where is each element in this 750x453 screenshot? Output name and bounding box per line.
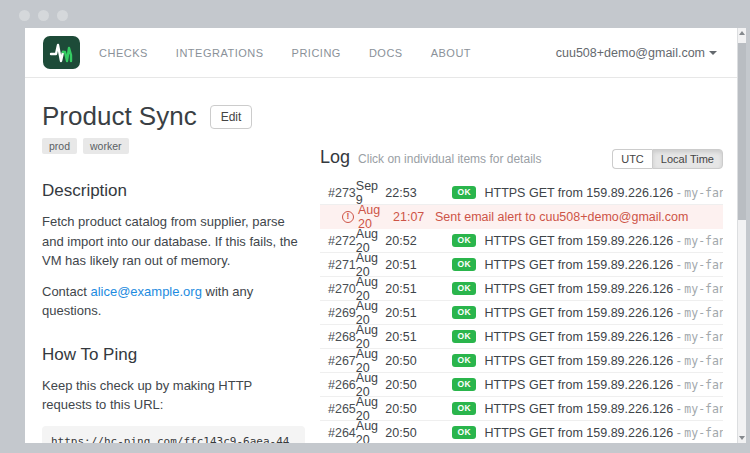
log-entry-number: #268 — [328, 330, 356, 344]
healthchecks-logo-icon[interactable] — [43, 36, 80, 69]
log-row[interactable]: #268 Aug 20 20:51 OK HTTPS GET from 159.… — [320, 325, 723, 349]
log-entry-number: #272 — [328, 234, 356, 248]
log-entry-slug: my-fancy-sy… — [684, 330, 723, 344]
account-email: cuu508+demo@gmail.com — [556, 46, 705, 60]
log-entry-slug: my-fancy-sy… — [684, 234, 723, 248]
log-entry-time: 21:07 — [393, 210, 427, 224]
log-entry-slug: my-fancy-sy… — [684, 402, 723, 416]
scrollbar-up-icon[interactable] — [739, 31, 745, 35]
ok-badge: OK — [452, 402, 477, 416]
log-entry-number: #265 — [328, 402, 356, 416]
log-entry-time: 20:51 — [385, 306, 452, 320]
log-table: #273 Sep 9 22:53 OK HTTPS GET from 159.8… — [320, 181, 723, 443]
log-entry-time: 20:51 — [385, 330, 452, 344]
contact-email-link[interactable]: alice@example.org — [90, 284, 201, 299]
log-entry-message: HTTPS GET from 159.89.226.126 - my-fancy… — [484, 258, 723, 272]
utc-button[interactable]: UTC — [612, 149, 652, 169]
page-scrollbar[interactable] — [737, 28, 746, 443]
log-row[interactable]: #266 Aug 20 20:50 OK HTTPS GET from 159.… — [320, 373, 723, 397]
tag-worker: worker — [83, 138, 129, 154]
log-entry-message: HTTPS GET from 159.89.226.126 - my-fancy… — [484, 306, 723, 320]
log-entry-message: HTTPS GET from 159.89.226.126 - my-fancy… — [484, 186, 723, 200]
log-row[interactable]: #271 Aug 20 20:51 OK HTTPS GET from 159.… — [320, 253, 723, 277]
log-entry-number: #267 — [328, 354, 356, 368]
log-entry-time: 20:50 — [385, 354, 452, 368]
log-row[interactable]: #273 Sep 9 22:53 OK HTTPS GET from 159.8… — [320, 181, 723, 205]
http-ping-hint: Keep this check up by making HTTP reques… — [42, 376, 305, 415]
log-entry-slug: my-fancy-sy… — [684, 258, 723, 272]
log-entry-number: #266 — [328, 378, 356, 392]
nav-menu: CHECKS INTEGRATIONS PRICING DOCS ABOUT — [99, 47, 471, 59]
account-menu[interactable]: cuu508+demo@gmail.com — [556, 46, 717, 60]
log-entry-message: HTTPS GET from 159.89.226.126 - my-fancy… — [484, 330, 723, 344]
scrollbar-thumb[interactable] — [738, 43, 746, 220]
log-entry-message: HTTPS GET from 159.89.226.126 - my-fancy… — [484, 354, 723, 368]
chevron-down-icon — [709, 51, 717, 55]
page-title: Product Sync — [42, 101, 197, 132]
how-to-ping-heading: How To Ping — [42, 345, 305, 365]
window-control-dot[interactable] — [19, 10, 30, 21]
log-entry-number: #271 — [328, 258, 356, 272]
scrollbar-down-icon[interactable] — [739, 436, 745, 440]
browser-frame-bottom — [0, 443, 750, 453]
local-time-button[interactable]: Local Time — [652, 149, 723, 169]
log-entry-date: Aug 20 — [356, 419, 386, 444]
pulse-icon — [48, 41, 75, 65]
log-row[interactable]: #272 Aug 20 20:52 OK HTTPS GET from 159.… — [320, 229, 723, 253]
ok-badge: OK — [452, 426, 477, 440]
tag-list: prod worker — [42, 138, 305, 154]
log-row[interactable]: #267 Aug 20 20:50 OK HTTPS GET from 159.… — [320, 349, 723, 373]
browser-window: CHECKS INTEGRATIONS PRICING DOCS ABOUT c… — [25, 28, 746, 443]
nav-item-pricing[interactable]: PRICING — [292, 47, 341, 59]
log-entry-time: 20:52 — [385, 234, 452, 248]
log-entry-message: HTTPS GET from 159.89.226.126 - my-fancy… — [484, 378, 723, 392]
timezone-toggle: UTC Local Time — [612, 149, 723, 169]
log-entry-message: HTTPS GET from 159.89.226.126 - my-fancy… — [484, 234, 723, 248]
log-entry-slug: my-fancy-sy… — [684, 186, 723, 200]
log-entry-slug: my-fancy-sy… — [684, 426, 723, 440]
log-entry-message: Sent email alert to cuu508+demo@gmail.co… — [435, 210, 688, 224]
log-row[interactable]: #269 Aug 20 20:51 OK HTTPS GET from 159.… — [320, 301, 723, 325]
log-entry-number: #270 — [328, 282, 356, 296]
description-heading: Description — [42, 181, 305, 201]
nav-item-about[interactable]: ABOUT — [431, 47, 471, 59]
description-contact: Contact alice@example.org with any quest… — [42, 282, 305, 321]
nav-item-docs[interactable]: DOCS — [369, 47, 403, 59]
ok-badge: OK — [452, 282, 477, 296]
log-hint: Click on individual items for details — [358, 152, 541, 166]
log-entry-slug: my-fancy-sy… — [684, 282, 723, 296]
nav-item-integrations[interactable]: INTEGRATIONS — [176, 47, 264, 59]
description-text: Fetch product catalog from supplier, par… — [42, 212, 305, 271]
tag-prod: prod — [42, 138, 77, 154]
log-entry-time: 20:50 — [385, 378, 452, 392]
log-entry-message: HTTPS GET from 159.89.226.126 - my-fancy… — [484, 282, 723, 296]
page: CHECKS INTEGRATIONS PRICING DOCS ABOUT c… — [25, 28, 737, 443]
log-row-alert[interactable]: Aug 20 21:07 Sent email alert to cuu508+… — [320, 205, 723, 229]
log-row[interactable]: #264 Aug 20 20:50 OK HTTPS GET from 159.… — [320, 421, 723, 443]
ok-badge: OK — [452, 378, 477, 392]
log-row[interactable]: #265 Aug 20 20:50 OK HTTPS GET from 159.… — [320, 397, 723, 421]
browser-titlebar — [0, 0, 750, 28]
log-entry-time: 20:51 — [385, 282, 452, 296]
window-control-dot[interactable] — [38, 10, 49, 21]
log-entry-message: HTTPS GET from 159.89.226.126 - my-fancy… — [484, 402, 723, 416]
log-column: Log Click on individual items for detail… — [320, 95, 737, 443]
log-entry-time: 20:50 — [385, 402, 452, 416]
edit-button[interactable]: Edit — [210, 105, 253, 129]
navbar: CHECKS INTEGRATIONS PRICING DOCS ABOUT c… — [25, 28, 737, 78]
log-entry-time: 20:50 — [385, 426, 452, 440]
main-content: Product Sync Edit prod worker Descriptio… — [25, 78, 737, 443]
log-entry-message: HTTPS GET from 159.89.226.126 - my-fancy… — [484, 426, 723, 440]
ok-badge: OK — [452, 234, 477, 248]
log-entry-slug: my-fancy-sy… — [684, 378, 723, 392]
log-entry-number: #269 — [328, 306, 356, 320]
log-entry-number: #273 — [328, 186, 356, 200]
ping-url-code[interactable]: https://hc-ping.com/ffc143c9-6aea-44fa-b… — [42, 426, 305, 444]
window-control-dot[interactable] — [57, 10, 68, 21]
ok-badge: OK — [452, 354, 477, 368]
log-row[interactable]: #270 Aug 20 20:51 OK HTTPS GET from 159.… — [320, 277, 723, 301]
nav-item-checks[interactable]: CHECKS — [99, 47, 148, 59]
ok-badge: OK — [452, 306, 477, 320]
log-entry-slug: my-fancy-sy… — [684, 354, 723, 368]
alert-icon — [342, 211, 354, 223]
